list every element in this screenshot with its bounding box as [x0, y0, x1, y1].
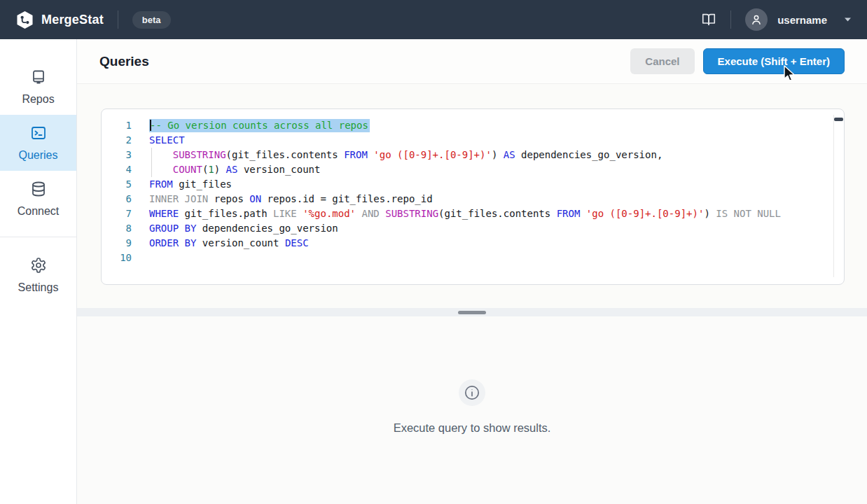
navbar-divider: [118, 10, 118, 29]
sidebar-item-connect[interactable]: Connect: [0, 171, 76, 227]
resize-handle[interactable]: [458, 311, 486, 314]
line-number: 2: [102, 133, 132, 148]
line-number: 6: [102, 192, 132, 206]
top-navbar: MergeStat beta username: [0, 0, 867, 39]
line-number: 4: [102, 162, 132, 177]
query-panel: 1-- Go version counts across all repos2S…: [77, 84, 867, 308]
info-icon: [459, 379, 485, 406]
code-line-content: ORDER BY version_count DESC: [149, 236, 309, 251]
sidebar: Repos Queries Connect S: [0, 39, 77, 504]
sidebar-item-settings[interactable]: Settings: [0, 247, 76, 303]
sidebar-item-repos[interactable]: Repos: [0, 59, 76, 115]
code-line[interactable]: 5FROM git_files: [102, 177, 844, 192]
code-line[interactable]: 4 COUNT(1) AS version_count: [102, 162, 844, 177]
cancel-button[interactable]: Cancel: [630, 48, 694, 74]
page-title: Queries: [99, 54, 149, 69]
code-line-content: FROM git_files: [149, 177, 232, 192]
code-line-content: -- Go version counts across all repos: [149, 118, 370, 133]
docs-book-icon[interactable]: [701, 12, 716, 27]
line-number: 3: [102, 148, 132, 162]
line-number: 9: [102, 236, 132, 251]
line-number: 8: [102, 221, 132, 236]
terminal-icon: [30, 125, 47, 144]
page-header: Queries Cancel Execute (Shift + Enter): [77, 39, 867, 84]
gear-icon: [30, 257, 47, 276]
sidebar-divider: [0, 237, 76, 237]
line-number: 5: [102, 177, 132, 192]
sql-editor[interactable]: 1-- Go version counts across all repos2S…: [101, 108, 845, 285]
code-line[interactable]: 7WHERE git_files.path LIKE '%go.mod' AND…: [102, 206, 844, 221]
code-line-content: INNER JOIN repos ON repos.id = git_files…: [149, 192, 433, 206]
brand-name: MergeStat: [41, 13, 104, 27]
code-line[interactable]: 1-- Go version counts across all repos: [102, 118, 844, 133]
panel-resizer[interactable]: [77, 308, 867, 316]
code-line-content: SELECT: [149, 133, 185, 148]
navbar-divider: [730, 10, 731, 29]
brand[interactable]: MergeStat: [15, 10, 104, 29]
code-line[interactable]: 9ORDER BY version_count DESC: [102, 236, 844, 251]
code-line-content: SUBSTRING(git_files.contents FROM 'go ([…: [149, 148, 663, 162]
beta-badge: beta: [132, 11, 171, 29]
sidebar-item-label: Connect: [18, 205, 60, 218]
code-line[interactable]: 6INNER JOIN repos ON repos.id = git_file…: [102, 192, 844, 206]
scrollbar-track: [833, 115, 834, 277]
text-selection: -- Go version counts across all repos: [149, 119, 370, 132]
execute-button[interactable]: Execute (Shift + Enter): [703, 48, 845, 74]
sidebar-item-label: Repos: [22, 93, 54, 106]
avatar: [745, 8, 768, 31]
code-line[interactable]: 2SELECT: [102, 133, 844, 148]
main-area: Queries Cancel Execute (Shift + Enter) 1…: [77, 39, 867, 504]
repo-icon: [30, 69, 47, 88]
line-number: 1: [102, 118, 132, 133]
username-label: username: [777, 14, 827, 26]
code-line-content: COUNT(1) AS version_count: [149, 162, 320, 177]
code-line-content: GROUP BY dependencies_go_version: [149, 221, 338, 236]
code-line-content: WHERE git_files.path LIKE '%go.mod' AND …: [149, 206, 781, 221]
sidebar-item-label: Queries: [18, 149, 57, 162]
line-number: 10: [102, 251, 132, 265]
results-panel: Execute query to show results.: [77, 316, 867, 504]
chevron-down-icon: [844, 17, 852, 22]
user-menu[interactable]: username: [745, 8, 852, 31]
empty-results-message: Execute query to show results.: [394, 421, 551, 435]
code-line[interactable]: 8GROUP BY dependencies_go_version: [102, 221, 844, 236]
sidebar-item-label: Settings: [18, 281, 59, 294]
sidebar-item-queries[interactable]: Queries: [0, 115, 76, 171]
line-number: 7: [102, 206, 132, 221]
database-icon: [30, 181, 47, 200]
code-line[interactable]: 3 SUBSTRING(git_files.contents FROM 'go …: [102, 148, 844, 162]
scrollbar-thumb[interactable]: [834, 118, 843, 121]
code-area[interactable]: 1-- Go version counts across all repos2S…: [102, 109, 844, 284]
mergestat-logo-icon: [15, 10, 34, 29]
code-line[interactable]: 10: [102, 251, 844, 265]
